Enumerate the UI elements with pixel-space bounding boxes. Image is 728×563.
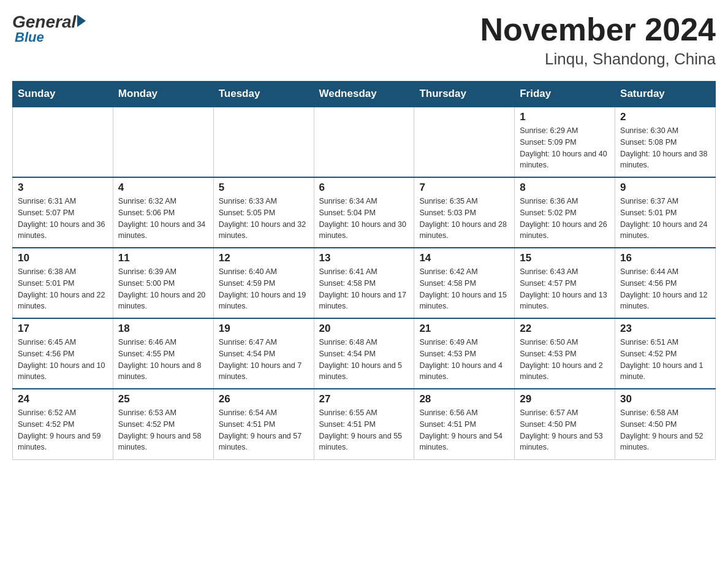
calendar-cell: 7Sunrise: 6:35 AMSunset: 5:03 PMDaylight… xyxy=(414,177,515,248)
header-wednesday: Wednesday xyxy=(314,82,414,107)
day-info: Sunrise: 6:41 AMSunset: 4:58 PMDaylight:… xyxy=(319,266,409,312)
day-info: Sunrise: 6:34 AMSunset: 5:04 PMDaylight:… xyxy=(319,196,409,242)
week-row-5: 24Sunrise: 6:52 AMSunset: 4:52 PMDayligh… xyxy=(13,389,716,459)
calendar-cell: 15Sunrise: 6:43 AMSunset: 4:57 PMDayligh… xyxy=(515,248,615,318)
week-row-1: 1Sunrise: 6:29 AMSunset: 5:09 PMDaylight… xyxy=(13,107,716,177)
day-number: 10 xyxy=(18,252,108,264)
day-number: 29 xyxy=(520,393,610,405)
calendar-cell xyxy=(13,107,113,177)
day-number: 8 xyxy=(520,182,610,194)
calendar-cell: 26Sunrise: 6:54 AMSunset: 4:51 PMDayligh… xyxy=(213,389,314,459)
day-info: Sunrise: 6:52 AMSunset: 4:52 PMDaylight:… xyxy=(18,407,108,453)
day-number: 24 xyxy=(18,393,108,405)
day-info: Sunrise: 6:43 AMSunset: 4:57 PMDaylight:… xyxy=(520,266,610,312)
weekday-header-row: Sunday Monday Tuesday Wednesday Thursday… xyxy=(13,82,716,107)
calendar-cell xyxy=(113,107,213,177)
logo: General Blue xyxy=(12,12,86,45)
day-number: 28 xyxy=(419,393,509,405)
day-number: 18 xyxy=(118,323,208,335)
calendar-cell: 30Sunrise: 6:58 AMSunset: 4:50 PMDayligh… xyxy=(615,389,716,459)
header-monday: Monday xyxy=(113,82,213,107)
header: General Blue November 2024 Linqu, Shando… xyxy=(12,12,716,69)
day-info: Sunrise: 6:30 AMSunset: 5:08 PMDaylight:… xyxy=(620,125,710,171)
calendar-cell: 24Sunrise: 6:52 AMSunset: 4:52 PMDayligh… xyxy=(13,389,113,459)
day-number: 30 xyxy=(620,393,710,405)
day-number: 20 xyxy=(319,323,409,335)
day-info: Sunrise: 6:55 AMSunset: 4:51 PMDaylight:… xyxy=(319,407,409,453)
calendar-cell: 11Sunrise: 6:39 AMSunset: 5:00 PMDayligh… xyxy=(113,248,213,318)
day-info: Sunrise: 6:36 AMSunset: 5:02 PMDaylight:… xyxy=(520,196,610,242)
day-number: 3 xyxy=(18,182,108,194)
week-row-4: 17Sunrise: 6:45 AMSunset: 4:56 PMDayligh… xyxy=(13,318,716,389)
calendar-cell: 6Sunrise: 6:34 AMSunset: 5:04 PMDaylight… xyxy=(314,177,414,248)
day-number: 16 xyxy=(620,252,710,264)
calendar-cell: 10Sunrise: 6:38 AMSunset: 5:01 PMDayligh… xyxy=(13,248,113,318)
day-info: Sunrise: 6:51 AMSunset: 4:52 PMDaylight:… xyxy=(620,337,710,383)
day-number: 17 xyxy=(18,323,108,335)
day-info: Sunrise: 6:38 AMSunset: 5:01 PMDaylight:… xyxy=(18,266,108,312)
day-number: 14 xyxy=(419,252,509,264)
day-number: 2 xyxy=(620,111,710,123)
calendar-cell: 13Sunrise: 6:41 AMSunset: 4:58 PMDayligh… xyxy=(314,248,414,318)
day-info: Sunrise: 6:57 AMSunset: 4:50 PMDaylight:… xyxy=(520,407,610,453)
calendar-cell: 12Sunrise: 6:40 AMSunset: 4:59 PMDayligh… xyxy=(213,248,314,318)
day-info: Sunrise: 6:45 AMSunset: 4:56 PMDaylight:… xyxy=(18,337,108,383)
day-info: Sunrise: 6:29 AMSunset: 5:09 PMDaylight:… xyxy=(520,125,610,171)
day-info: Sunrise: 6:39 AMSunset: 5:00 PMDaylight:… xyxy=(118,266,208,312)
day-info: Sunrise: 6:48 AMSunset: 4:54 PMDaylight:… xyxy=(319,337,409,383)
header-thursday: Thursday xyxy=(414,82,515,107)
calendar-cell: 23Sunrise: 6:51 AMSunset: 4:52 PMDayligh… xyxy=(615,318,716,389)
header-saturday: Saturday xyxy=(615,82,716,107)
calendar-cell xyxy=(314,107,414,177)
calendar-cell: 25Sunrise: 6:53 AMSunset: 4:52 PMDayligh… xyxy=(113,389,213,459)
day-info: Sunrise: 6:37 AMSunset: 5:01 PMDaylight:… xyxy=(620,196,710,242)
header-tuesday: Tuesday xyxy=(213,82,314,107)
day-info: Sunrise: 6:33 AMSunset: 5:05 PMDaylight:… xyxy=(219,196,309,242)
day-number: 7 xyxy=(419,182,509,194)
day-number: 27 xyxy=(319,393,409,405)
logo-arrow-icon xyxy=(77,15,86,27)
day-number: 13 xyxy=(319,252,409,264)
day-info: Sunrise: 6:42 AMSunset: 4:58 PMDaylight:… xyxy=(419,266,509,312)
day-info: Sunrise: 6:58 AMSunset: 4:50 PMDaylight:… xyxy=(620,407,710,453)
day-number: 9 xyxy=(620,182,710,194)
header-sunday: Sunday xyxy=(13,82,113,107)
calendar-cell: 20Sunrise: 6:48 AMSunset: 4:54 PMDayligh… xyxy=(314,318,414,389)
day-info: Sunrise: 6:54 AMSunset: 4:51 PMDaylight:… xyxy=(219,407,309,453)
day-info: Sunrise: 6:50 AMSunset: 4:53 PMDaylight:… xyxy=(520,337,610,383)
calendar-cell: 3Sunrise: 6:31 AMSunset: 5:07 PMDaylight… xyxy=(13,177,113,248)
day-info: Sunrise: 6:44 AMSunset: 4:56 PMDaylight:… xyxy=(620,266,710,312)
calendar-table: Sunday Monday Tuesday Wednesday Thursday… xyxy=(12,81,716,460)
day-number: 5 xyxy=(219,182,309,194)
calendar-cell: 2Sunrise: 6:30 AMSunset: 5:08 PMDaylight… xyxy=(615,107,716,177)
calendar-cell: 17Sunrise: 6:45 AMSunset: 4:56 PMDayligh… xyxy=(13,318,113,389)
logo-blue-text: Blue xyxy=(15,29,44,45)
calendar-cell: 8Sunrise: 6:36 AMSunset: 5:02 PMDaylight… xyxy=(515,177,615,248)
day-info: Sunrise: 6:53 AMSunset: 4:52 PMDaylight:… xyxy=(118,407,208,453)
calendar-cell: 21Sunrise: 6:49 AMSunset: 4:53 PMDayligh… xyxy=(414,318,515,389)
calendar-cell: 22Sunrise: 6:50 AMSunset: 4:53 PMDayligh… xyxy=(515,318,615,389)
day-number: 6 xyxy=(319,182,409,194)
day-number: 22 xyxy=(520,323,610,335)
calendar-cell: 9Sunrise: 6:37 AMSunset: 5:01 PMDaylight… xyxy=(615,177,716,248)
week-row-2: 3Sunrise: 6:31 AMSunset: 5:07 PMDaylight… xyxy=(13,177,716,248)
calendar-cell: 1Sunrise: 6:29 AMSunset: 5:09 PMDaylight… xyxy=(515,107,615,177)
day-number: 1 xyxy=(520,111,610,123)
location-title: Linqu, Shandong, China xyxy=(480,50,716,69)
day-number: 4 xyxy=(118,182,208,194)
week-row-3: 10Sunrise: 6:38 AMSunset: 5:01 PMDayligh… xyxy=(13,248,716,318)
day-number: 21 xyxy=(419,323,509,335)
day-info: Sunrise: 6:35 AMSunset: 5:03 PMDaylight:… xyxy=(419,196,509,242)
day-info: Sunrise: 6:47 AMSunset: 4:54 PMDaylight:… xyxy=(219,337,309,383)
day-number: 25 xyxy=(118,393,208,405)
month-title: November 2024 xyxy=(480,12,716,47)
calendar-cell xyxy=(414,107,515,177)
calendar-cell: 16Sunrise: 6:44 AMSunset: 4:56 PMDayligh… xyxy=(615,248,716,318)
day-number: 12 xyxy=(219,252,309,264)
calendar-cell: 19Sunrise: 6:47 AMSunset: 4:54 PMDayligh… xyxy=(213,318,314,389)
day-number: 15 xyxy=(520,252,610,264)
day-number: 26 xyxy=(219,393,309,405)
calendar-cell: 29Sunrise: 6:57 AMSunset: 4:50 PMDayligh… xyxy=(515,389,615,459)
day-info: Sunrise: 6:46 AMSunset: 4:55 PMDaylight:… xyxy=(118,337,208,383)
day-info: Sunrise: 6:31 AMSunset: 5:07 PMDaylight:… xyxy=(18,196,108,242)
